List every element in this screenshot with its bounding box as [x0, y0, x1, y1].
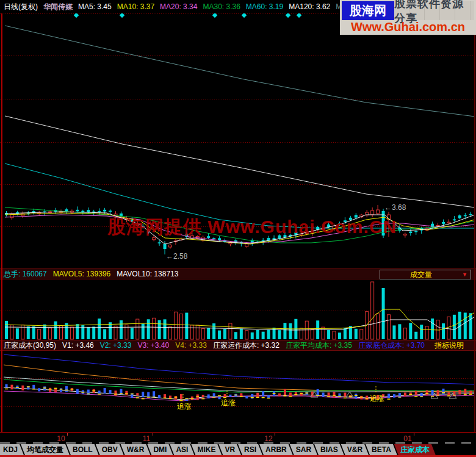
- axis-tick: [414, 433, 414, 436]
- field-3: MA30: 3.36: [203, 2, 240, 11]
- axis-tick: [275, 433, 275, 436]
- axis-tick: [67, 433, 68, 436]
- axis-label-12: 12: [264, 434, 272, 443]
- guhai-logo: 股海网 股票软件资源分享 Www.Guhai.com.cn: [340, 0, 476, 35]
- volume-panel-header: 总手: 160067MAVOL5: 139396MAVOL10: 138713 …: [0, 268, 476, 279]
- chart-right-border: [474, 13, 475, 432]
- tab-VR[interactable]: VR: [218, 444, 241, 455]
- tab-W&R[interactable]: W&R: [121, 444, 151, 455]
- svg-text:追涨: 追涨: [370, 394, 384, 403]
- axis-label-11: 11: [143, 434, 150, 443]
- logo-top-row: 股海网 股票软件资源分享: [342, 1, 474, 20]
- volume-values: 总手: 160067MAVOL5: 139396MAVOL10: 138713: [4, 269, 184, 279]
- tab-BETA[interactable]: BETA: [366, 444, 397, 455]
- stock-name: 华闻传媒: [43, 2, 73, 12]
- indicator-chart[interactable]: 追涨追涨追涨: [0, 351, 476, 432]
- svg-text:←3.68: ←3.68: [384, 203, 406, 212]
- dropdown-arrow-icon[interactable]: ▼: [462, 272, 467, 278]
- field-0: 总手: 160067: [4, 270, 47, 278]
- field-5: MA120: 3.62: [289, 2, 330, 11]
- logo-brand: 股海网: [342, 1, 394, 20]
- field-0: 庄家成本(30,95): [4, 341, 56, 350]
- tab-RSI[interactable]: RSI: [238, 444, 262, 455]
- tab-ASI[interactable]: ASI: [170, 444, 194, 455]
- field-0: MA5: 3.45: [78, 2, 112, 11]
- svg-text:追涨: 追涨: [221, 398, 236, 407]
- field-1: MA10: 3.37: [117, 2, 154, 11]
- tab-MIKE[interactable]: MIKE: [191, 444, 222, 455]
- field-2: MAVOL10: 138713: [117, 270, 178, 278]
- volume-indicator-selector[interactable]: 成交量 ▼: [380, 270, 471, 279]
- svg-text:追涨: 追涨: [177, 402, 192, 411]
- logo-url: Www.Guhai.com.cn: [342, 20, 474, 34]
- tab-OBV[interactable]: OBV: [96, 444, 124, 455]
- axis-tick: [153, 433, 153, 436]
- field-6: 庄家平均成本: +3.35: [286, 341, 352, 350]
- field-1: V1: +3.46: [62, 341, 94, 350]
- field-3: V3: +3.40: [137, 341, 169, 350]
- tab-V&R[interactable]: V&R: [341, 444, 369, 455]
- svg-text:←2.58: ←2.58: [166, 252, 188, 261]
- tab-SAR[interactable]: SAR: [290, 444, 317, 455]
- period-label[interactable]: 日线(复权): [4, 2, 38, 12]
- indicator-help-button[interactable]: 指标说明: [435, 340, 470, 351]
- tab-ARBR[interactable]: ARBR: [259, 444, 293, 455]
- field-5: 庄家运作成本: +3.32: [213, 341, 279, 350]
- tab-BOLL[interactable]: BOLL: [67, 444, 99, 455]
- axis-separator: [0, 442, 476, 444]
- tab-DMI[interactable]: DMI: [147, 444, 173, 455]
- chart-left-border: [1, 13, 2, 432]
- indicator-values: 庄家成本(30,95)V1: +3.46V2: +3.33V3: +3.40V4…: [4, 340, 431, 351]
- logo-tagline: 股票软件资源分享: [394, 1, 474, 20]
- field-4: MA60: 3.19: [246, 2, 283, 11]
- volume-chart[interactable]: [0, 280, 476, 340]
- stock-app-window: 日线(复权) 华闻传媒 MA5: 3.45MA10: 3.37MA20: 3.3…: [0, 0, 476, 457]
- field-2: MA20: 3.34: [160, 2, 197, 11]
- field-1: MAVOL5: 139396: [53, 270, 111, 278]
- axis-label-01: 01: [403, 434, 411, 443]
- tab-KDJ[interactable]: KDJ: [0, 444, 24, 455]
- tab-庄家成本[interactable]: 庄家成本: [394, 444, 436, 455]
- indicator-tabbar: KDJ均笔成交量BOLLOBVW&RDMIASIMIKEVRRSIARBRSAR…: [0, 444, 476, 455]
- watermark-text: 股海网提供 Www.Guhai.Com.CN: [107, 215, 397, 240]
- field-2: V2: +3.33: [100, 341, 132, 350]
- tab-均笔成交量[interactable]: 均笔成交量: [21, 444, 70, 455]
- axis-label-10: 10: [57, 434, 65, 443]
- tab-BIAS[interactable]: BIAS: [314, 444, 344, 455]
- field-4: V4: +3.33: [175, 341, 207, 350]
- field-7: 庄家底仓成本: +3.70: [358, 341, 425, 350]
- indicator-panel-header: 庄家成本(30,95)V1: +3.46V2: +3.33V3: +3.40V4…: [0, 340, 476, 351]
- ma-values: MA5: 3.45MA10: 3.37MA20: 3.34MA30: 3.36M…: [78, 2, 375, 11]
- selector-label: 成交量: [410, 270, 432, 280]
